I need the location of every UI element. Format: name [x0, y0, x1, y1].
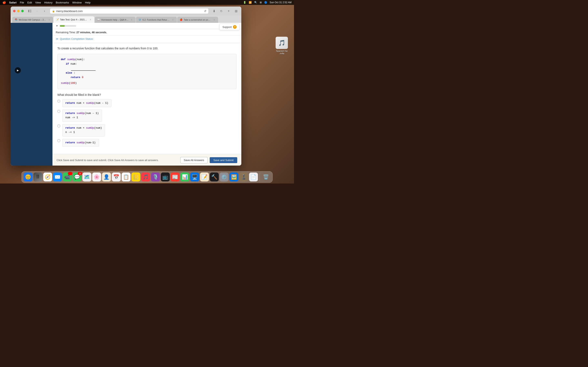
minimize-button[interactable]	[17, 10, 20, 12]
dock-launchpad[interactable]: ⠿	[34, 173, 43, 182]
save-all-answers-button[interactable]: Save All Answers	[180, 157, 208, 163]
play-button[interactable]: ▶	[15, 67, 21, 73]
dock-keynote[interactable]: 🖥️	[190, 173, 199, 182]
menubar-edit[interactable]: Edit	[27, 1, 32, 4]
desktop-file[interactable]: 🎵 Spanish hw .m4a	[274, 37, 290, 55]
share-button[interactable]: ⎋	[218, 8, 224, 14]
chess-icon: ♟️	[241, 174, 247, 180]
tab-2[interactable]: 📝 Take Test: Quiz 4 – 202130 Fal... ×	[53, 16, 94, 23]
menubar-view[interactable]: View	[35, 1, 41, 4]
forward-button[interactable]: ›	[42, 8, 47, 14]
dock-appstore[interactable]: 🖼️	[229, 173, 238, 182]
dock-podcasts[interactable]: 🎙️	[151, 173, 160, 182]
dock-maps[interactable]: 🗺️	[82, 173, 91, 182]
dock-news[interactable]: 📰	[171, 173, 180, 182]
tab-overview-button[interactable]: ⊞	[233, 8, 239, 14]
answer-option-a[interactable]: return num + sumUp(num - 1)	[57, 99, 236, 107]
appstore-icon: 🖼️	[231, 174, 237, 180]
menubar-app[interactable]: Safari	[9, 1, 17, 4]
apple-menu[interactable]: 🍎	[2, 1, 6, 4]
dock-music[interactable]: 🎵	[141, 173, 150, 182]
address-text: mercy.blackboard.com	[56, 9, 83, 13]
menubar-history[interactable]: History	[44, 1, 52, 4]
dock-messages[interactable]: 💬	[73, 173, 82, 182]
tab-5-close[interactable]: ×	[213, 18, 216, 21]
tab-3[interactable]: 📖 Homework Help – Q&A from O... ×	[95, 17, 136, 23]
tab-5[interactable]: 🍎 Take a screenshot on your Ma... ×	[177, 17, 218, 23]
menubar: 🍎 Safari File Edit View History Bookmark…	[0, 0, 294, 5]
tab-2-favicon: 📝	[56, 18, 59, 21]
sidebar-toggle-button[interactable]	[27, 8, 33, 14]
download-button[interactable]: ⬇	[211, 8, 217, 14]
dock-facetime[interactable]: 📹	[63, 173, 72, 182]
menubar-file[interactable]: File	[20, 1, 24, 4]
music-icon: 🎵	[143, 174, 149, 180]
progress-bar-container	[60, 25, 76, 27]
radio-a[interactable]	[57, 100, 60, 103]
menubar-window[interactable]: Window	[72, 1, 82, 4]
tab-1-close[interactable]: ×	[48, 18, 51, 21]
browser-titlebar: ‹ › 🔒 mercy.blackboard.com ↺ ⬇ ⎋ + ⊞	[11, 7, 241, 16]
search-icon[interactable]: 🔍	[254, 1, 257, 4]
dock-calendar[interactable]: 📅	[112, 173, 121, 182]
tab-2-close[interactable]: ×	[89, 18, 92, 21]
menubar-bookmarks[interactable]: Bookmarks	[56, 1, 69, 4]
tab-1[interactable]: 📚 McGraw-Hill Campus – 20213... ×	[12, 17, 53, 23]
question-completion-toggle[interactable]: ≫ Question Completion Status:	[56, 37, 238, 40]
code-block: def sumUp(num): if num: else :	[57, 54, 236, 89]
answer-option-c[interactable]: return num + sumUp(num) n -= 1	[57, 124, 236, 136]
dock-tv[interactable]: 📺	[161, 173, 170, 182]
save-and-submit-button[interactable]: Save and Submit	[210, 157, 237, 163]
fill-blank-text: What should be filled in the blank?	[57, 93, 236, 96]
control-center-icon[interactable]: ⊞	[260, 1, 262, 4]
dock-xcode[interactable]: 🔨	[210, 173, 219, 182]
reload-button[interactable]: ↺	[204, 9, 207, 13]
remaining-time-value: 27 minutes, 46 seconds.	[76, 31, 107, 34]
radio-d[interactable]	[57, 139, 60, 142]
code-line-6: sumUp(100)	[61, 81, 233, 85]
menubar-help[interactable]: Help	[85, 1, 90, 4]
completion-chevron-icon: ≫	[56, 37, 59, 40]
tab-4-close[interactable]: ×	[172, 18, 174, 21]
answer-option-b[interactable]: return sumUp(num - 1) num -= 1	[57, 109, 236, 122]
back-button[interactable]: ‹	[34, 8, 40, 14]
radio-b[interactable]	[57, 110, 60, 113]
address-bar[interactable]: 🔒 mercy.blackboard.com ↺	[50, 8, 209, 14]
dock-safari[interactable]: 🧭	[43, 173, 52, 182]
tv-icon: 📺	[162, 174, 168, 180]
close-button[interactable]	[13, 10, 16, 12]
support-popup[interactable]: Support ?	[219, 24, 240, 30]
lock-icon: 🔒	[52, 10, 55, 12]
progress-toggle-icon[interactable]: ▼	[56, 25, 58, 27]
messages-icon: 💬	[74, 174, 80, 180]
dock-chess[interactable]: ♟️	[239, 173, 248, 182]
dock-system-prefs[interactable]: ⚙️	[220, 173, 229, 182]
left-sidebar	[11, 23, 52, 166]
main-content: ▼ Support ? Remaining Time: 27 minutes, …	[52, 23, 241, 166]
dock-finder[interactable]: 😊	[24, 173, 33, 182]
datetime: Sun Oct 31 2:52 AM	[270, 1, 292, 4]
code-line-3	[61, 66, 233, 71]
new-tab-button[interactable]: +	[226, 8, 232, 14]
fullscreen-button[interactable]	[21, 10, 24, 12]
code-call: sumUp(100)	[61, 82, 77, 85]
dock-craft[interactable]: 📝	[200, 173, 209, 182]
answer-option-d[interactable]: return sumUp(num-1)	[57, 139, 236, 147]
system-prefs-icon: ⚙️	[221, 174, 227, 180]
dock-numbers[interactable]: 📊	[181, 173, 190, 182]
dock-notes[interactable]: 📒	[131, 173, 140, 182]
dock-mail[interactable]: ✉️	[53, 173, 62, 182]
dock-photos[interactable]: 🌸	[92, 173, 101, 182]
tab-3-close[interactable]: ×	[130, 18, 133, 21]
remaining-time-label: Remaining Time:	[56, 31, 76, 34]
dock-contacts[interactable]: 👤	[102, 173, 111, 182]
dock-trash[interactable]: 🗑️	[261, 173, 270, 182]
launchpad-icon: ⠿	[36, 174, 40, 180]
code-line-5: return 0	[61, 75, 233, 80]
dock-preview[interactable]: 📄	[249, 173, 258, 182]
dock-reminders[interactable]: 📋	[122, 173, 131, 182]
trash-icon: 🗑️	[263, 174, 269, 180]
bottom-bar-actions: Save All Answers Save and Submit	[180, 157, 237, 163]
radio-c[interactable]	[57, 125, 60, 127]
tab-4[interactable]: ⚙️ 6.2. Functions that Return Valu... ×	[136, 17, 177, 23]
